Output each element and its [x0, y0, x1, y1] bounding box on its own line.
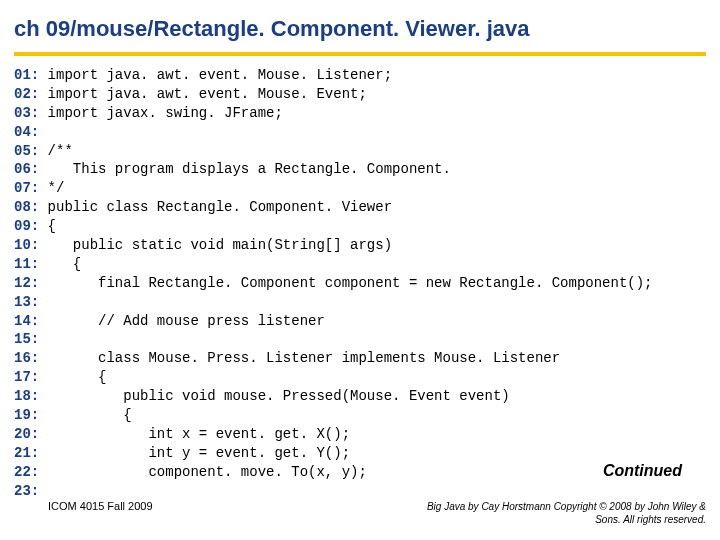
- line-text: {: [39, 407, 131, 423]
- code-line: 13:: [14, 293, 706, 312]
- code-line: 07: */: [14, 179, 706, 198]
- code-line: 05: /**: [14, 142, 706, 161]
- line-text: /**: [39, 143, 73, 159]
- line-number: 02:: [14, 86, 39, 102]
- code-block: 01: import java. awt. event. Mouse. List…: [0, 56, 720, 500]
- code-line: 11: {: [14, 255, 706, 274]
- line-number: 23:: [14, 483, 39, 499]
- code-line: 15:: [14, 330, 706, 349]
- line-number: 16:: [14, 350, 39, 366]
- line-text: */: [39, 180, 64, 196]
- code-line: 12: final Rectangle. Component component…: [14, 274, 706, 293]
- line-text: class Mouse. Press. Listener implements …: [39, 350, 560, 366]
- line-number: 01:: [14, 67, 39, 83]
- code-line: 20: int x = event. get. X();: [14, 425, 706, 444]
- line-text: import javax. swing. JFrame;: [39, 105, 283, 121]
- code-line: 10: public static void main(String[] arg…: [14, 236, 706, 255]
- line-text: import java. awt. event. Mouse. Event;: [39, 86, 367, 102]
- code-line: 23:: [14, 482, 706, 501]
- line-text: {: [39, 369, 106, 385]
- line-number: 20:: [14, 426, 39, 442]
- title-wrap: ch 09/mouse/Rectangle. Component. Viewer…: [0, 0, 720, 48]
- code-line: 14: // Add mouse press listener: [14, 312, 706, 331]
- line-number: 19:: [14, 407, 39, 423]
- line-text: final Rectangle. Component component = n…: [39, 275, 652, 291]
- line-number: 10:: [14, 237, 39, 253]
- footer-left: ICOM 4015 Fall 2009: [48, 500, 153, 512]
- line-text: public class Rectangle. Component. Viewe…: [39, 199, 392, 215]
- code-line: 06: This program displays a Rectangle. C…: [14, 160, 706, 179]
- code-line: 09: {: [14, 217, 706, 236]
- code-line: 19: {: [14, 406, 706, 425]
- line-number: 08:: [14, 199, 39, 215]
- line-number: 22:: [14, 464, 39, 480]
- line-number: 17:: [14, 369, 39, 385]
- line-number: 13:: [14, 294, 39, 310]
- line-number: 12:: [14, 275, 39, 291]
- line-number: 14:: [14, 313, 39, 329]
- line-text: component. move. To(x, y);: [39, 464, 367, 480]
- line-number: 18:: [14, 388, 39, 404]
- line-number: 21:: [14, 445, 39, 461]
- line-number: 04:: [14, 124, 39, 140]
- code-line: 02: import java. awt. event. Mouse. Even…: [14, 85, 706, 104]
- code-line: 21: int y = event. get. Y();: [14, 444, 706, 463]
- line-text: // Add mouse press listener: [39, 313, 325, 329]
- line-number: 11:: [14, 256, 39, 272]
- line-text: int y = event. get. Y();: [39, 445, 350, 461]
- line-text: public void mouse. Pressed(Mouse. Event …: [39, 388, 509, 404]
- line-number: 03:: [14, 105, 39, 121]
- code-line: 01: import java. awt. event. Mouse. List…: [14, 66, 706, 85]
- code-line: 16: class Mouse. Press. Listener impleme…: [14, 349, 706, 368]
- line-number: 15:: [14, 331, 39, 347]
- code-line: 08: public class Rectangle. Component. V…: [14, 198, 706, 217]
- line-number: 05:: [14, 143, 39, 159]
- continued-label: Continued: [603, 462, 682, 480]
- code-line: 03: import javax. swing. JFrame;: [14, 104, 706, 123]
- code-line: 17: {: [14, 368, 706, 387]
- line-number: 07:: [14, 180, 39, 196]
- line-number: 06:: [14, 161, 39, 177]
- line-text: public static void main(String[] args): [39, 237, 392, 253]
- line-text: This program displays a Rectangle. Compo…: [39, 161, 451, 177]
- line-text: {: [39, 256, 81, 272]
- line-text: import java. awt. event. Mouse. Listener…: [39, 67, 392, 83]
- line-number: 09:: [14, 218, 39, 234]
- slide-title: ch 09/mouse/Rectangle. Component. Viewer…: [14, 16, 706, 42]
- line-text: int x = event. get. X();: [39, 426, 350, 442]
- footer-right: Big Java by Cay Horstmann Copyright © 20…: [406, 501, 706, 526]
- line-text: {: [39, 218, 56, 234]
- code-line: 04:: [14, 123, 706, 142]
- code-line: 18: public void mouse. Pressed(Mouse. Ev…: [14, 387, 706, 406]
